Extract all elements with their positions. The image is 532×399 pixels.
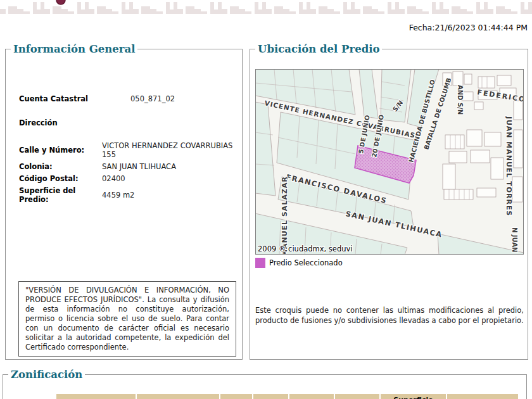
cuenta-catastral-value: 050_871_02 xyxy=(130,94,175,103)
colonia-label: Colonia: xyxy=(19,162,102,171)
calle-numero-label: Calle y Número: xyxy=(19,146,102,155)
legal-disclaimer-box: "VERSIÓN DE DIVULGACIÓN E INFORMACIÓN, N… xyxy=(18,281,236,357)
zonificacion-col-header xyxy=(289,394,334,399)
calle-numero-value: VICTOR HERNANDEZ COVARRUBIAS 155 xyxy=(102,141,234,159)
zonificacion-title: Zonificación xyxy=(8,369,85,381)
zonificacion-panel: Zonificación % Superficie Máxima de Núme… xyxy=(3,369,527,399)
zonificacion-col-header-percent: % xyxy=(253,394,288,399)
codigo-postal-value: 02400 xyxy=(102,174,234,183)
map-croquis: VICENTE HERNANDEZ COVARRUBIAS FRANCISCO … xyxy=(255,69,524,255)
superficie-label: Superficie del Predio: xyxy=(19,186,102,204)
info-general-title: Información General xyxy=(11,43,137,55)
ubicacion-panel: Ubicación del Predio xyxy=(250,43,528,360)
zonificacion-col-header xyxy=(137,394,219,399)
map-attribution: 2009 ® ciudadmx, seduvi xyxy=(258,244,353,253)
logo-dot xyxy=(56,0,65,4)
zonificacion-col-header-superficie: Superficie Máxima de xyxy=(381,394,446,399)
zonificacion-col-header-numero: Número de xyxy=(447,394,518,399)
decorative-greca-banner xyxy=(0,0,532,14)
address-grid: Calle y Número: VICTOR HERNANDEZ COVARRU… xyxy=(19,141,234,204)
street-label: JUAN MANUEL TORRES xyxy=(505,116,513,216)
superficie-value: 4459 m2 xyxy=(102,191,234,200)
cuenta-catastral-label: Cuenta Catastral xyxy=(19,94,130,103)
croquis-note: Este croquis puede no contener las ultim… xyxy=(255,306,524,326)
zonificacion-header-row: % Superficie Máxima de Número de xyxy=(56,394,518,399)
direccion-heading: Dirección xyxy=(19,118,58,127)
colonia-value: SAN JUAN TLIHUACA xyxy=(102,162,234,171)
codigo-postal-label: Código Postal: xyxy=(19,174,102,183)
info-general-panel: Información General Cuenta Catastral050_… xyxy=(5,43,243,360)
zonificacion-col-header xyxy=(56,394,136,399)
street-label: N JUAN xyxy=(511,227,518,253)
zonificacion-col-header xyxy=(335,394,379,399)
cuenta-catastral-row: Cuenta Catastral050_871_02 xyxy=(19,94,175,103)
ubicacion-title: Ubicación del Predio xyxy=(255,43,382,55)
zonificacion-col-header xyxy=(220,394,252,399)
fecha-timestamp: Fecha:21/6/2023 01:44:44 PM xyxy=(409,23,528,32)
street-label: MANUEL SALAZAR xyxy=(281,176,289,255)
greca-pattern-svg xyxy=(0,0,532,14)
predio-color-swatch xyxy=(255,258,265,268)
map-svg: VICENTE HERNANDEZ COVARRUBIAS FRANCISCO … xyxy=(255,69,524,255)
street-label: AND S/N xyxy=(457,85,464,115)
predio-legend-label: Predio Seleccionado xyxy=(269,258,343,267)
